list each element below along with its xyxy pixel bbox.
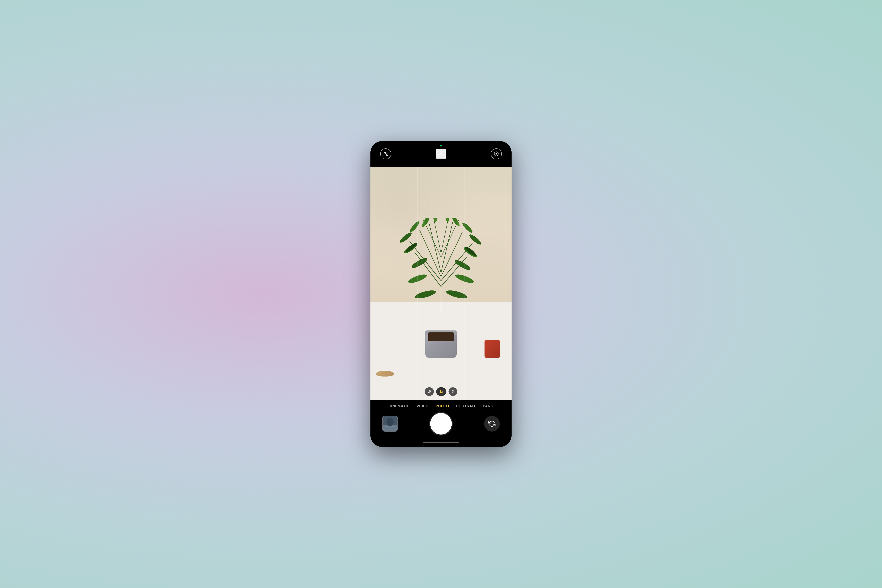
controls-expand-button[interactable] (436, 149, 446, 159)
mode-photo[interactable]: PHOTO (432, 404, 453, 408)
wooden-lid (376, 370, 394, 376)
svg-point-18 (400, 231, 413, 244)
mode-video[interactable]: VIDEO (413, 404, 432, 408)
camera-viewfinder[interactable]: .5 1x 3 (370, 166, 512, 400)
svg-line-5 (416, 253, 441, 286)
svg-line-15 (433, 218, 441, 253)
svg-point-35 (405, 242, 418, 253)
zoom-05-button[interactable]: .5 (425, 387, 434, 396)
camera-scene (370, 166, 512, 400)
svg-line-9 (441, 257, 466, 286)
svg-rect-41 (386, 428, 394, 428)
zoom-3x-button[interactable]: 3 (448, 387, 457, 396)
phone-frame: .5 1x 3 CINEMATIC VIDEO PHOTO PORTRAIT P… (370, 141, 512, 447)
flip-camera-icon (488, 420, 495, 427)
svg-line-8 (429, 224, 441, 273)
home-bar (423, 442, 459, 443)
svg-point-32 (454, 273, 475, 285)
svg-point-33 (414, 289, 436, 300)
thumbnail-image (382, 416, 398, 431)
svg-point-30 (454, 258, 472, 272)
mode-cinematic[interactable]: CINEMATIC (385, 404, 413, 408)
plant-leaves (400, 218, 482, 316)
flip-camera-button[interactable] (484, 416, 500, 432)
camera-active-indicator (440, 145, 442, 147)
svg-line-7 (420, 230, 441, 277)
flash-off-icon (383, 151, 388, 157)
svg-point-34 (446, 289, 468, 300)
live-photo-toggle-button[interactable] (491, 148, 502, 159)
bottom-controls: CINEMATIC VIDEO PHOTO PORTRAIT PANO (370, 400, 512, 447)
camera-action-row (370, 411, 512, 438)
zoom-controls: .5 1x 3 (425, 387, 457, 396)
last-photo-thumbnail[interactable] (382, 416, 398, 432)
svg-point-19 (409, 220, 420, 233)
mode-pano[interactable]: PANO (479, 404, 497, 408)
shutter-button[interactable] (430, 413, 452, 435)
mode-portrait[interactable]: PORTRAIT (453, 404, 479, 408)
svg-point-23 (461, 222, 474, 234)
plant-pot (425, 330, 457, 358)
zoom-1x-button[interactable]: 1x (436, 387, 446, 396)
svg-point-28 (444, 218, 449, 223)
svg-line-12 (441, 222, 453, 273)
top-bar (370, 141, 512, 166)
red-mug (484, 340, 500, 358)
live-photo-off-icon (494, 151, 499, 157)
flash-toggle-button[interactable] (380, 148, 391, 159)
chevron-up-icon (438, 151, 444, 157)
home-indicator-area (370, 438, 512, 447)
svg-rect-40 (384, 426, 396, 427)
svg-line-16 (441, 218, 449, 253)
svg-point-22 (468, 233, 482, 246)
mode-selector: CINEMATIC VIDEO PHOTO PORTRAIT PANO (370, 400, 512, 411)
svg-point-31 (407, 273, 428, 285)
svg-point-39 (387, 418, 394, 426)
svg-line-14 (441, 220, 459, 257)
svg-line-13 (423, 220, 441, 257)
